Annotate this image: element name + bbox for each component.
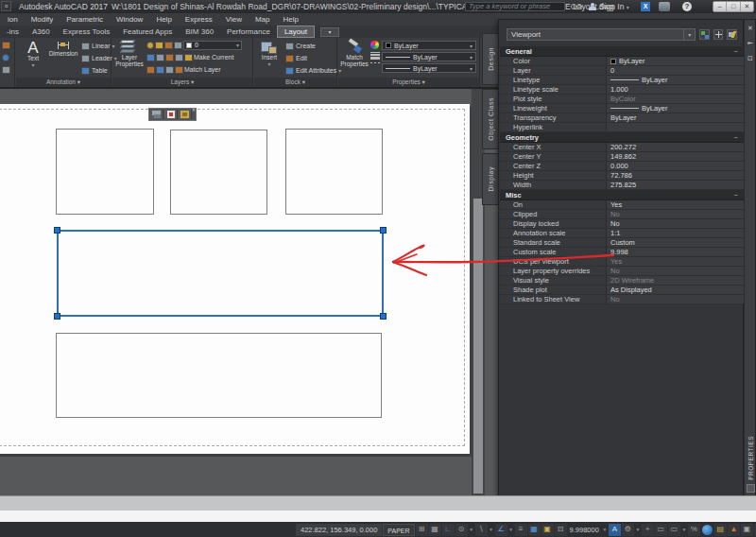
quick-properties-icon[interactable]: ▭ bbox=[668, 524, 680, 536]
ribbon-tab-addins[interactable]: -ins bbox=[0, 26, 26, 37]
prop-row-width[interactable]: Width275.825 bbox=[500, 181, 744, 190]
prism-icon[interactable] bbox=[2, 66, 10, 74]
ribbon-tab-express-tools[interactable]: Express Tools bbox=[57, 26, 117, 37]
palette-tab-object-class[interactable]: Object Class bbox=[482, 89, 498, 149]
dimension-button[interactable]: Dimension bbox=[47, 40, 79, 76]
menu-item-help[interactable]: Help bbox=[156, 15, 171, 24]
scrollbar-thumb[interactable] bbox=[473, 199, 483, 494]
open-files-icon[interactable]: ▤ bbox=[714, 524, 727, 536]
prop-row-linked-sheet-view[interactable]: Linked to Sheet ViewNo bbox=[500, 295, 744, 304]
prop-row-ucs-per-viewport[interactable]: UCS per viewportYes bbox=[500, 257, 744, 267]
annotation-visibility-icon[interactable]: A bbox=[609, 524, 621, 536]
linetype-dropdown[interactable]: ByLayer ▾ bbox=[382, 63, 476, 73]
trace-icon[interactable]: ▲ bbox=[728, 524, 740, 536]
isolate-objects-icon[interactable]: % bbox=[688, 524, 700, 536]
polar-tracking-icon[interactable]: ⊙ bbox=[455, 524, 468, 536]
annotation-monitor-icon[interactable]: + bbox=[642, 524, 654, 536]
ortho-mode-icon[interactable]: ∟ bbox=[442, 524, 455, 536]
lineweight-dropdown[interactable]: ByLayer ▾ bbox=[382, 52, 476, 61]
grip-top-right[interactable] bbox=[380, 227, 387, 234]
chevron-down-icon[interactable]: ▾ bbox=[469, 527, 474, 532]
palette-grip-icon[interactable] bbox=[747, 484, 755, 493]
linear-button[interactable]: Linear ▾ bbox=[81, 41, 114, 51]
prop-row-linetype[interactable]: LinetypeByLayer bbox=[500, 76, 744, 85]
isodraft-icon[interactable]: ∖ bbox=[475, 524, 488, 536]
sphere-icon[interactable] bbox=[2, 54, 9, 61]
grip-bottom-left[interactable] bbox=[54, 313, 60, 320]
marker-icon[interactable] bbox=[2, 42, 10, 49]
menu-item-parametric[interactable]: Parametric bbox=[66, 15, 103, 24]
menu-item-express[interactable]: Express bbox=[185, 15, 213, 24]
workspace-switching-icon[interactable]: ⚙ bbox=[622, 524, 634, 536]
prop-row-center-z[interactable]: Center Z0.000 bbox=[500, 162, 744, 171]
menu-item-view[interactable]: View bbox=[226, 15, 242, 24]
layout-tab-strip[interactable] bbox=[0, 495, 756, 511]
export-layout-icon[interactable] bbox=[179, 110, 192, 119]
match-properties-button[interactable]: Match Properties bbox=[340, 40, 369, 76]
menu-item-map[interactable]: Map bbox=[255, 15, 270, 24]
collapse-icon[interactable]: − bbox=[734, 191, 738, 199]
layer-isolate-icon[interactable] bbox=[164, 42, 173, 49]
layers-panel-title[interactable]: Layers ▾ bbox=[112, 78, 252, 87]
minimize-button[interactable]: – bbox=[713, 2, 727, 11]
exchange-apps-icon[interactable]: X bbox=[641, 2, 650, 11]
ribbon-tab-layout[interactable]: Layout bbox=[277, 26, 315, 38]
quick-access-toolbar-stub[interactable]: ≡ bbox=[1, 1, 11, 11]
table-button[interactable]: Table bbox=[81, 65, 108, 76]
viewport-rect-2[interactable] bbox=[170, 130, 267, 215]
viewport-rect-selected[interactable] bbox=[57, 230, 384, 317]
layer-lock-icon[interactable] bbox=[174, 42, 182, 49]
search-icon[interactable] bbox=[571, 3, 583, 11]
help-icon[interactable]: ? bbox=[682, 2, 692, 11]
linetype-icon[interactable] bbox=[370, 62, 380, 63]
clean-screen-icon[interactable]: ▣ bbox=[741, 524, 753, 536]
edit-block-button[interactable]: Edit bbox=[285, 53, 307, 63]
layer-delete-icon[interactable] bbox=[165, 66, 174, 74]
ribbon-collapse-icon[interactable]: ▾ bbox=[320, 27, 339, 37]
chevron-down-icon[interactable]: ▾ bbox=[681, 527, 687, 532]
prop-row-hyperlink[interactable]: Hyperlink bbox=[500, 123, 744, 132]
properties-panel-title[interactable]: Properties ▾ bbox=[338, 78, 479, 87]
prop-row-transparency[interactable]: TransparencyByLayer bbox=[500, 113, 744, 123]
prop-row-layer[interactable]: Layer0 bbox=[500, 66, 744, 76]
layer-turn-icon[interactable] bbox=[165, 54, 174, 61]
make-current-button[interactable]: Make Current bbox=[194, 54, 233, 61]
ribbon-tab-bim360[interactable]: BIM 360 bbox=[179, 26, 220, 37]
graphics-performance-icon[interactable] bbox=[702, 525, 713, 535]
paper-space-button[interactable]: PAPER bbox=[383, 524, 414, 536]
layer-thaw-icon[interactable] bbox=[155, 42, 163, 49]
lock-ui-icon[interactable]: ⊡ bbox=[555, 524, 567, 536]
color-wheel-icon[interactable] bbox=[370, 41, 379, 49]
insert-button[interactable]: Insert ▾ bbox=[256, 40, 283, 76]
units-icon[interactable]: ▭ bbox=[655, 524, 667, 536]
close-icon[interactable]: ✕ bbox=[746, 24, 755, 33]
object-type-dropdown[interactable]: Viewport ▾ bbox=[507, 28, 696, 41]
snap-mode-icon[interactable]: ▦ bbox=[429, 524, 441, 536]
layer-off-icon[interactable] bbox=[156, 54, 164, 61]
prop-row-linetype-scale[interactable]: Linetype scale1.000 bbox=[500, 85, 744, 95]
selection-cycling-icon[interactable]: ▣ bbox=[541, 524, 554, 536]
layer-select-dropdown[interactable]: 0 ▾ bbox=[183, 41, 242, 50]
layer-properties-button[interactable]: Layer Properties bbox=[114, 40, 145, 76]
object-color-dropdown[interactable]: ByLayer ▾ bbox=[382, 41, 476, 50]
menu-item-help-2[interactable]: Help bbox=[284, 15, 299, 24]
layer-prev-icon[interactable] bbox=[146, 66, 155, 74]
grip-bottom-right[interactable] bbox=[380, 313, 387, 320]
prop-row-center-y[interactable]: Center Y149.862 bbox=[500, 152, 744, 162]
section-geometry[interactable]: Geometry− bbox=[500, 132, 744, 143]
chevron-down-icon[interactable]: ▾ bbox=[602, 527, 608, 532]
quick-select-icon[interactable] bbox=[727, 29, 737, 40]
section-general[interactable]: General− bbox=[500, 46, 744, 57]
lineweight-display-icon[interactable]: ≡ bbox=[515, 524, 527, 536]
layer-freeze-icon[interactable] bbox=[146, 54, 155, 61]
page-setup-icon[interactable] bbox=[164, 110, 178, 119]
prop-row-annotation-scale[interactable]: Annotation scale1:1 bbox=[500, 229, 744, 238]
prop-row-height[interactable]: Height72.786 bbox=[500, 171, 744, 181]
close-button[interactable]: ✕ bbox=[741, 2, 753, 11]
infer-constraints-icon[interactable]: ⊞ bbox=[416, 524, 428, 536]
sign-in-button[interactable]: Sign In ▾ bbox=[599, 2, 629, 11]
prop-row-lineweight[interactable]: LineweightByLayer bbox=[500, 104, 744, 113]
a360-icon[interactable] bbox=[659, 2, 670, 11]
close-icon[interactable]: ✕ bbox=[192, 108, 196, 113]
toggle-pickadd-icon[interactable] bbox=[699, 29, 710, 40]
